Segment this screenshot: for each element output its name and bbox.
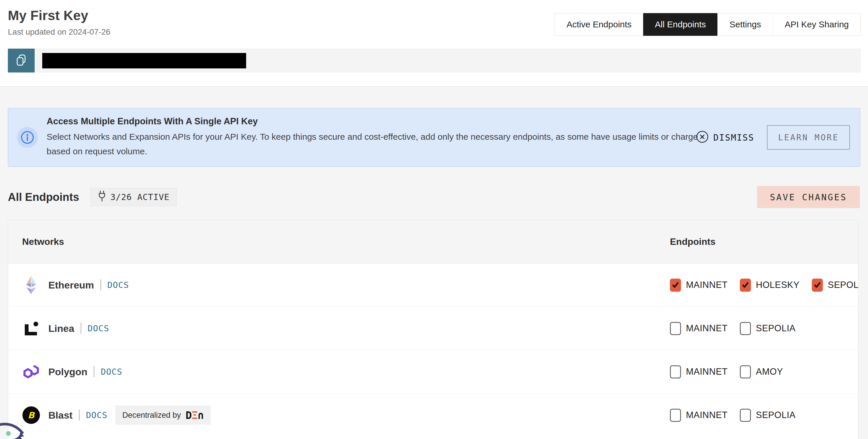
- checkbox-unchecked[interactable]: [670, 409, 681, 422]
- divider: [94, 366, 94, 377]
- endpoint-toggle-linea-sepolia[interactable]: SEPOLIA: [740, 322, 796, 335]
- dismiss-x-icon: [696, 130, 709, 144]
- divider: [79, 410, 80, 421]
- endpoint-label: MAINNET: [686, 410, 727, 420]
- endpoint-label: MAINNET: [686, 367, 727, 377]
- table-header-row: Networks Endpoints: [8, 220, 858, 264]
- endpoint-toggle-linea-mainnet[interactable]: MAINNET: [670, 322, 727, 335]
- network-row-polygon: PolygonDOCSMAINNETAMOY: [8, 350, 858, 394]
- docs-link-linea[interactable]: DOCS: [88, 324, 109, 333]
- endpoint-toggle-blast-mainnet[interactable]: MAINNET: [670, 409, 727, 422]
- page-title: My First Key: [8, 7, 111, 23]
- endpoints-table: Networks Endpoints EthereumDOCSMAINNETHO…: [8, 220, 858, 439]
- endpoint-toggle-ethereum-sepolia[interactable]: SEPOLIA: [812, 279, 858, 292]
- endpoint-toggle-polygon-mainnet[interactable]: MAINNET: [670, 365, 727, 378]
- info-banner: Access Multiple Endpoints With A Single …: [8, 108, 860, 167]
- checkbox-checked[interactable]: [670, 279, 681, 292]
- endpoint-label: HOLESKY: [756, 280, 800, 290]
- checkbox-unchecked[interactable]: [740, 365, 751, 378]
- copy-icon: [16, 54, 27, 68]
- ethereum-icon: [22, 276, 40, 294]
- copy-api-key-button[interactable]: [8, 48, 35, 72]
- section-heading: All Endpoints: [8, 191, 79, 203]
- tab-settings[interactable]: Settings: [717, 13, 772, 35]
- checkbox-unchecked[interactable]: [670, 322, 681, 335]
- network-name: Blast: [48, 410, 72, 421]
- checkbox-unchecked[interactable]: [740, 409, 751, 422]
- checkbox-unchecked[interactable]: [670, 365, 681, 378]
- all-endpoints-section-header: All Endpoints 3/26 ACTIVE SAVE CHANGES: [8, 185, 860, 209]
- api-key-field[interactable]: [35, 48, 861, 72]
- docs-link-blast[interactable]: DOCS: [86, 410, 107, 420]
- banner-title: Access Multiple Endpoints With A Single …: [46, 116, 699, 127]
- active-count-label: 3/26 ACTIVE: [111, 192, 169, 202]
- divider: [81, 323, 81, 334]
- endpoint-toggle-ethereum-mainnet[interactable]: MAINNET: [670, 279, 727, 292]
- endpoint-toggle-blast-sepolia[interactable]: SEPOLIA: [740, 409, 796, 422]
- endpoints-column-header: Endpoints: [670, 220, 715, 263]
- networks-column-header: Networks: [22, 220, 64, 263]
- checkbox-unchecked[interactable]: [740, 322, 751, 335]
- endpoint-toggle-ethereum-holesky[interactable]: HOLESKY: [740, 279, 800, 292]
- checkbox-checked[interactable]: [740, 279, 751, 292]
- page-header: My First Key Last updated on 2024-07-26 …: [0, 0, 868, 86]
- docs-link-ethereum[interactable]: DOCS: [107, 280, 129, 290]
- learn-more-button[interactable]: LEARN MORE: [767, 125, 850, 149]
- chat-widget-avatar[interactable]: [0, 418, 35, 439]
- endpoint-label: SEPOLIA: [828, 280, 858, 290]
- tab-active-endpoints[interactable]: Active Endpoints: [555, 13, 643, 35]
- din-logo: DΞ∩: [186, 409, 204, 421]
- network-name: Ethereum: [48, 279, 94, 291]
- last-updated-text: Last updated on 2024-07-26: [8, 27, 111, 37]
- active-count-badge: 3/26 ACTIVE: [90, 188, 177, 206]
- checkbox-checked[interactable]: [812, 279, 823, 292]
- api-key-redacted: [42, 53, 246, 68]
- info-icon: [17, 127, 38, 148]
- save-changes-button[interactable]: SAVE CHANGES: [757, 186, 860, 208]
- plug-icon: [98, 191, 106, 204]
- network-row-blast: BBlastDOCSDecentralized byDΞ∩MAINNETSEPO…: [8, 394, 858, 439]
- network-name: Linea: [48, 323, 74, 334]
- banner-body: Select Networks and Expansion APIs for y…: [46, 130, 699, 159]
- dismiss-button[interactable]: DISMISS: [696, 130, 754, 144]
- linea-icon: [22, 319, 40, 337]
- endpoint-toggle-polygon-amoy[interactable]: AMOY: [740, 365, 783, 378]
- network-name: Polygon: [48, 366, 87, 378]
- endpoint-label: SEPOLIA: [756, 323, 796, 334]
- endpoint-label: SEPOLIA: [756, 410, 796, 420]
- tab-api-key-sharing[interactable]: API Key Sharing: [773, 13, 861, 35]
- polygon-icon: [22, 363, 40, 381]
- endpoint-label: MAINNET: [686, 280, 727, 290]
- decentralized-by-din-badge: Decentralized byDΞ∩: [116, 406, 210, 425]
- endpoint-label: MAINNET: [686, 323, 727, 334]
- dismiss-label: DISMISS: [713, 132, 754, 143]
- network-row-ethereum: EthereumDOCSMAINNETHOLESKYSEPOLIA: [8, 264, 858, 307]
- content-area: Access Multiple Endpoints With A Single …: [0, 87, 868, 439]
- endpoint-label: AMOY: [756, 367, 783, 377]
- tab-all-endpoints[interactable]: All Endpoints: [643, 13, 717, 36]
- api-key-bar: [8, 48, 861, 72]
- docs-link-polygon[interactable]: DOCS: [101, 367, 122, 377]
- network-row-linea: LineaDOCSMAINNETSEPOLIA: [8, 307, 858, 350]
- tab-bar: Active EndpointsAll EndpointsSettingsAPI…: [555, 13, 861, 36]
- divider: [100, 279, 101, 291]
- din-badge-text: Decentralized by: [122, 411, 181, 420]
